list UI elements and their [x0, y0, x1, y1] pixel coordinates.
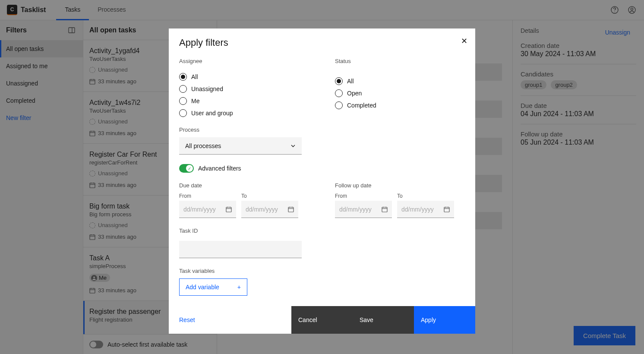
radio-label: All — [191, 73, 198, 80]
followup-to-label: To — [397, 193, 454, 199]
due-date-to-input[interactable]: dd/mm/yyyy — [241, 201, 298, 218]
radio-label: Open — [347, 90, 362, 97]
process-select-value: All processes — [185, 142, 221, 149]
chevron-down-icon — [290, 143, 296, 149]
due-to-label: To — [241, 193, 298, 199]
apply-label: Apply — [421, 316, 436, 323]
cancel-label: Cancel — [298, 316, 317, 323]
add-variable-button[interactable]: Add variable + — [179, 278, 247, 296]
calendar-icon — [444, 206, 450, 212]
followup-date-to-input[interactable]: dd/mm/yyyy — [397, 201, 454, 218]
svg-rect-31 — [288, 207, 294, 212]
input-placeholder: dd/mm/yyyy — [339, 206, 372, 213]
advanced-filters-label: Advanced filters — [198, 165, 241, 172]
due-from-label: From — [179, 193, 236, 199]
status-radio-open[interactable]: Open — [335, 89, 465, 97]
status-radio-completed[interactable]: Completed — [335, 101, 465, 109]
assignee-radio-user-group[interactable]: User and group — [179, 109, 309, 117]
radio-label: Unassigned — [191, 85, 223, 92]
radio-icon — [179, 85, 187, 93]
plus-icon: + — [237, 284, 241, 291]
assignee-radio-all[interactable]: All — [179, 73, 309, 81]
modal-overlay: ✕ Apply filters Assignee All Unassigned … — [0, 0, 644, 354]
due-date-from-input[interactable]: dd/mm/yyyy — [179, 201, 236, 218]
reset-label: Reset — [179, 316, 195, 323]
svg-rect-27 — [226, 207, 231, 212]
status-radio-all[interactable]: All — [335, 77, 465, 85]
followup-date-from-input[interactable]: dd/mm/yyyy — [335, 201, 392, 218]
process-section-label: Process — [179, 126, 465, 133]
followup-from-label: From — [335, 193, 392, 199]
input-placeholder: dd/mm/yyyy — [401, 206, 434, 213]
radio-icon — [179, 109, 187, 117]
reset-button[interactable]: Reset — [169, 306, 205, 334]
svg-rect-35 — [382, 207, 387, 212]
radio-label: Me — [191, 98, 199, 104]
due-date-section-label: Due date — [179, 182, 309, 189]
save-label: Save — [360, 316, 373, 323]
followup-date-section-label: Follow up date — [335, 182, 465, 189]
radio-label: User and group — [191, 110, 233, 117]
assignee-radio-me[interactable]: Me — [179, 97, 309, 105]
process-select[interactable]: All processes — [179, 137, 302, 155]
apply-button[interactable]: Apply — [414, 306, 475, 334]
svg-rect-39 — [444, 207, 449, 212]
radio-label: Completed — [347, 102, 376, 109]
input-placeholder: dd/mm/yyyy — [183, 206, 216, 213]
apply-filters-modal: ✕ Apply filters Assignee All Unassigned … — [169, 28, 475, 334]
radio-label: All — [347, 78, 354, 85]
calendar-icon — [382, 206, 388, 212]
calendar-icon — [226, 206, 232, 212]
radio-icon — [179, 73, 187, 81]
task-id-input[interactable] — [179, 241, 302, 258]
radio-icon — [335, 89, 343, 97]
assignee-section-label: Assignee — [179, 58, 309, 64]
advanced-filters-toggle[interactable]: ✓ — [179, 164, 194, 173]
modal-title: Apply filters — [179, 37, 465, 48]
save-button[interactable]: Save — [353, 306, 414, 334]
add-variable-label: Add variable — [186, 284, 219, 291]
input-placeholder: dd/mm/yyyy — [246, 206, 278, 213]
radio-icon — [179, 97, 187, 105]
cancel-button[interactable]: Cancel — [291, 306, 353, 334]
assignee-radio-unassigned[interactable]: Unassigned — [179, 85, 309, 93]
close-icon[interactable]: ✕ — [461, 36, 467, 46]
calendar-icon — [288, 206, 294, 212]
task-variables-label: Task variables — [179, 268, 465, 274]
radio-icon — [335, 77, 343, 85]
radio-icon — [335, 101, 343, 109]
status-section-label: Status — [335, 58, 465, 64]
task-id-label: Task ID — [179, 228, 465, 234]
